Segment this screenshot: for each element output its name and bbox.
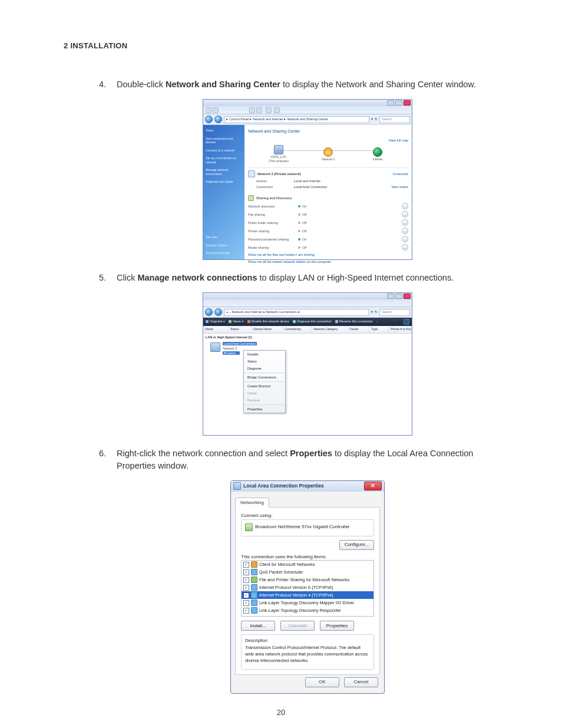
home-network-icon[interactable] xyxy=(248,170,255,177)
view-status-link[interactable]: View status xyxy=(391,185,408,189)
menu-item-diagnose[interactable]: Diagnose xyxy=(244,365,285,372)
back-button[interactable] xyxy=(205,116,213,123)
maximize-button[interactable] xyxy=(395,100,402,106)
address-bar[interactable]: ▸ Control Panel▸ Network and Internet▸ N… xyxy=(224,116,369,123)
configure-button[interactable]: Configure... xyxy=(339,540,374,550)
checkbox[interactable]: ✓ xyxy=(243,577,249,583)
view-full-map-link[interactable]: View full map xyxy=(389,138,408,143)
protocol-item[interactable]: ✓Internet Protocol Version 6 (TCP/IPv6) xyxy=(242,584,373,591)
install-button[interactable]: Install... xyxy=(241,621,275,631)
menu-item-properties[interactable]: Properties xyxy=(244,406,285,413)
minimize-button[interactable] xyxy=(387,294,394,299)
expand-button[interactable]: ⌄ xyxy=(402,211,408,218)
checkbox[interactable]: ✓ xyxy=(243,569,249,575)
sidebar-item[interactable]: Diagnose and repair xyxy=(206,180,242,184)
protocol-list[interactable]: ✓Client for Microsoft Networks✓QoS Packe… xyxy=(241,560,374,617)
forward-button[interactable] xyxy=(214,308,222,316)
expand-button[interactable]: ⌄ xyxy=(402,236,408,242)
step-4-number: 4. xyxy=(99,78,106,91)
step-5-number: 5. xyxy=(99,272,106,284)
step-5-text-post: to display LAN or High-Speed Internet co… xyxy=(257,273,454,282)
address-bar[interactable]: ⬥ ▸ Network and Internet▸ Network Connec… xyxy=(224,309,369,316)
item-line2: Network 3 xyxy=(223,347,237,350)
col[interactable]: Network Category xyxy=(312,326,348,333)
toolbar-item-views[interactable]: Views ▾ xyxy=(229,319,244,324)
map-internet-label: Internet xyxy=(363,158,392,162)
search-input[interactable]: Search xyxy=(379,309,410,316)
expand-button[interactable]: ⌄ xyxy=(402,219,408,226)
checkbox[interactable]: ✓ xyxy=(243,562,249,568)
col[interactable]: Device Name xyxy=(252,326,283,333)
toolbar-item-rename[interactable]: Rename this connection xyxy=(335,319,373,324)
window-titlebar xyxy=(203,100,412,106)
kv-val: Local Area Connection xyxy=(294,185,327,189)
protocol-item[interactable]: ✓QoS Packet Scheduler xyxy=(242,568,373,576)
expand-button[interactable]: ⌄ xyxy=(402,244,408,251)
expand-button[interactable]: ⌄ xyxy=(402,203,408,209)
checkbox[interactable]: ✓ xyxy=(243,585,249,591)
col[interactable]: Status xyxy=(229,326,252,333)
minimize-button[interactable] xyxy=(387,100,394,106)
sidebar-item[interactable]: Manage network connections xyxy=(206,168,242,176)
toolbar-item-diagnose[interactable]: Diagnose this connection xyxy=(293,319,332,324)
protocol-item[interactable]: ✓Client for Microsoft Networks xyxy=(242,561,373,568)
col[interactable]: Name xyxy=(203,326,229,333)
sidebar-item[interactable]: Connect to a network xyxy=(206,149,242,153)
sidebar-item[interactable]: Internet Options xyxy=(206,243,242,248)
map-hub-label: Network 3 xyxy=(313,158,343,162)
lac-properties-dialog: Local Area Connection Properties ✕ Netwo… xyxy=(230,480,385,694)
menu-item-create-shortcut[interactable]: Create Shortcut xyxy=(244,383,285,390)
status-dot-icon xyxy=(298,238,300,241)
col[interactable]: Type xyxy=(369,326,389,333)
checkbox[interactable]: ✓ xyxy=(243,592,249,598)
menu-item-status[interactable]: Status xyxy=(244,358,285,365)
toolbar-item-organize[interactable]: Organize ▾ xyxy=(206,319,225,324)
sidebar-item[interactable]: Set up a connection or network xyxy=(206,156,242,164)
toolbar-icon xyxy=(213,107,219,113)
menu-item-disable[interactable]: Disable xyxy=(244,351,285,358)
breadcrumb[interactable]: Network and Internet xyxy=(232,310,262,315)
close-button[interactable] xyxy=(404,100,411,106)
network-adapter-icon xyxy=(210,342,220,352)
back-button[interactable] xyxy=(205,308,213,316)
show-files-link[interactable]: Show me all the files and folders I am s… xyxy=(248,252,408,257)
protocol-item[interactable]: ✓Link-Layer Topology Discovery Responder xyxy=(242,607,373,614)
breadcrumb[interactable]: Network and Sharing Center xyxy=(287,117,328,122)
sidebar-label: See also xyxy=(206,235,242,240)
status-dot-icon xyxy=(298,246,300,249)
breadcrumb[interactable]: Network Connections xyxy=(266,310,297,315)
properties-button[interactable]: Properties xyxy=(320,621,354,631)
tab-networking[interactable]: Networking xyxy=(235,498,269,508)
glass-toolbar xyxy=(203,299,412,307)
menu-item-bridge[interactable]: Bridge Connections xyxy=(244,374,285,381)
show-folders-link[interactable]: Show me all the shared network folders o… xyxy=(248,259,408,264)
expand-button[interactable]: ⌄ xyxy=(402,228,408,234)
close-button[interactable] xyxy=(404,294,411,299)
col[interactable]: Connectivity xyxy=(283,326,312,333)
step-4-text-bold: Network and Sharing Center xyxy=(166,80,280,89)
cancel-button[interactable]: Cancel xyxy=(344,677,378,687)
protocol-item[interactable]: ✓Link-Layer Topology Discovery Mapper I/… xyxy=(242,599,373,607)
toolbar-item-disable[interactable]: Disable this network device xyxy=(247,319,289,324)
description-box: Description Transmission Control Protoco… xyxy=(241,634,374,669)
breadcrumb[interactable]: Control Panel xyxy=(229,117,249,122)
breadcrumb[interactable]: Network and Internet xyxy=(253,117,283,122)
sidebar-item[interactable]: View computers and devices xyxy=(206,137,242,144)
items-label: This connection uses the following items… xyxy=(241,554,374,561)
col[interactable]: Phone # or Host Address xyxy=(389,326,412,333)
protocol-item[interactable]: ✓File and Printer Sharing for Microsoft … xyxy=(242,576,373,584)
protocol-item[interactable]: ✓Internet Protocol Version 4 (TCP/IPv4) xyxy=(242,591,373,599)
maximize-button[interactable] xyxy=(395,294,402,299)
search-input[interactable]: Search xyxy=(379,116,410,123)
help-icon[interactable] xyxy=(404,319,409,325)
checkbox[interactable]: ✓ xyxy=(243,608,249,614)
customize-link[interactable]: Customize xyxy=(393,172,408,176)
close-button[interactable]: ✕ xyxy=(364,482,382,490)
sidebar-item[interactable]: Windows Firewall xyxy=(206,251,242,256)
kv-key: Connection xyxy=(256,185,276,189)
forward-button[interactable] xyxy=(214,116,222,123)
col[interactable]: Owner xyxy=(348,326,369,333)
ok-button[interactable]: OK xyxy=(305,677,339,687)
checkbox[interactable]: ✓ xyxy=(243,600,249,606)
sharing-label: Public folder sharing xyxy=(248,220,298,225)
